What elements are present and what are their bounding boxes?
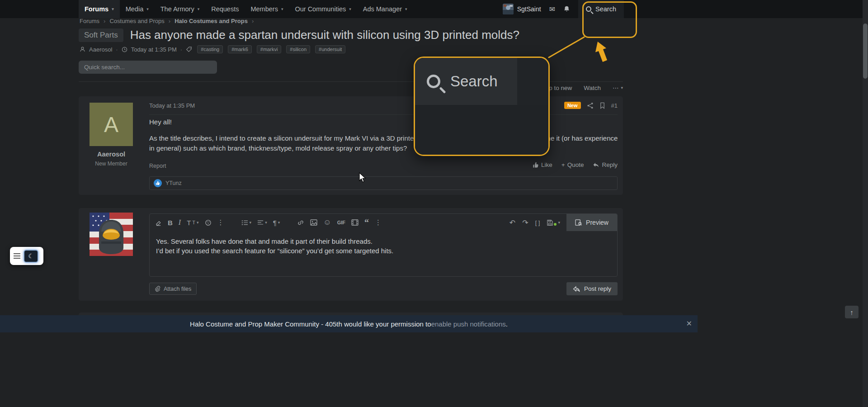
insert-image-icon[interactable] [310, 219, 317, 226]
banner-text: Halo Costume and Prop Maker Community - … [190, 320, 431, 328]
breadcrumb-separator-icon: › [104, 18, 105, 24]
attach-files-button[interactable]: Attach files [149, 283, 197, 295]
breadcrumb-costumes-and-props[interactable]: Costumes and Props [109, 18, 164, 24]
scroll-to-top-button[interactable]: ↑ [845, 306, 859, 318]
reply-arrow-icon [593, 162, 599, 168]
reaction-users[interactable]: YTunz [165, 180, 182, 186]
reply-line-2: I’d bet if you used the search feature f… [156, 246, 611, 256]
list-button[interactable]: ▾ [241, 220, 252, 226]
thread-tools-row: Jump to new Watch ⋯ ▾ [538, 84, 623, 91]
thread-author-link[interactable]: Aaerosol [89, 46, 112, 53]
tag-mark6[interactable]: #mark6 [228, 45, 252, 53]
avatar [503, 4, 514, 14]
tag-silicon[interactable]: #silicon [286, 45, 310, 53]
quote-button[interactable]: + Quote [561, 161, 584, 168]
insert-media-icon[interactable] [351, 219, 359, 226]
tag-casting[interactable]: #casting [197, 45, 223, 53]
reply-textarea[interactable]: Yes. Several folks have done that and ma… [156, 237, 611, 256]
reply-line-1: Yes. Several folks have done that and ma… [156, 237, 611, 246]
editor-toolbar-right: ↶ ↷ [ ] ▾ [509, 214, 560, 231]
breadcrumb-forums[interactable]: Forums [80, 18, 99, 24]
text-color-icon[interactable] [205, 219, 212, 226]
menu-icon[interactable] [14, 253, 20, 259]
chevron-down-icon[interactable]: ▾ [349, 7, 351, 11]
post-number[interactable]: #1 [611, 102, 618, 109]
insert-gif-button[interactable]: GIF [337, 220, 345, 225]
account-menu[interactable]: SgtSaint [503, 4, 541, 14]
alerts-bell-icon[interactable] [563, 5, 570, 13]
post-body-greeting: Hey all! [149, 118, 172, 126]
quick-search-input[interactable] [79, 61, 217, 74]
post-author-name[interactable]: Aaerosol [79, 151, 144, 158]
close-icon[interactable]: ✕ [686, 319, 692, 328]
redo-icon[interactable]: ↷ [522, 218, 528, 227]
undo-icon[interactable]: ↶ [509, 218, 515, 227]
nav-item-the-armory[interactable]: The Armory ▾ [155, 0, 205, 18]
quote-icon[interactable]: “ [364, 218, 369, 228]
paragraph-format-button[interactable]: ¶▾ [273, 219, 280, 227]
thread-timestamp[interactable]: Today at 1:35 PM [131, 46, 177, 53]
chevron-down-icon[interactable]: ▾ [112, 7, 114, 11]
messages-icon[interactable]: ✉ [549, 5, 555, 14]
reply-editor: B I TT▾ ⋮ ▾ ▾ ¶▾ [149, 213, 618, 277]
remove-format-icon[interactable] [155, 219, 162, 226]
share-icon[interactable] [587, 102, 594, 109]
magnified-search-label: Search [450, 73, 498, 90]
dot-separator: · [116, 46, 118, 53]
chevron-down-icon[interactable]: ▾ [405, 7, 407, 11]
report-link[interactable]: Report [149, 163, 166, 169]
chevron-down-icon[interactable]: ▾ [198, 7, 200, 11]
plus-icon: + [561, 161, 565, 168]
watch-button[interactable]: Watch [584, 85, 601, 91]
chevron-down-icon: ▾ [265, 220, 267, 225]
post-reply-button[interactable]: Post reply [566, 282, 618, 295]
search-button[interactable]: Search [578, 0, 624, 18]
thread-prefix-badge[interactable]: Soft Parts [79, 28, 123, 42]
draft-saved-dot [554, 223, 557, 226]
scrollbar-track[interactable] [863, 0, 868, 407]
nav-item-ads-manager[interactable]: Ads Manager ▾ [357, 0, 413, 18]
smilies-icon[interactable]: ☺ [323, 218, 331, 227]
thumbs-up-icon [533, 162, 539, 168]
like-button[interactable]: Like [533, 161, 552, 168]
italic-button[interactable]: I [179, 218, 181, 227]
nav-item-members[interactable]: Members ▾ [245, 0, 289, 18]
font-size-button[interactable]: TT▾ [187, 219, 198, 227]
chevron-down-icon[interactable]: ▾ [146, 7, 149, 11]
reply-button[interactable]: Reply [593, 161, 618, 168]
tag-markvi[interactable]: #markvi [257, 45, 282, 53]
search-button-label: Search [595, 5, 616, 13]
scrollbar-thumb[interactable] [863, 24, 868, 79]
preview-button[interactable]: Preview [566, 214, 617, 231]
dark-mode-toggle[interactable]: ☾ [24, 250, 38, 263]
tag-undersuit[interactable]: #undersuit [315, 45, 345, 53]
reactions-bar[interactable]: YTunz [149, 176, 618, 190]
nav-item-our-communities[interactable]: Our Communities ▾ [289, 0, 357, 18]
bookmark-icon[interactable] [599, 102, 605, 109]
thread-more-menu[interactable]: ⋯ ▾ [613, 84, 623, 91]
insert-link-icon[interactable] [297, 219, 304, 226]
avatar[interactable] [90, 213, 133, 256]
more-options-icon[interactable]: ⋮ [217, 218, 224, 227]
banner-suffix: . [506, 320, 508, 328]
chevron-down-icon[interactable]: ▾ [281, 7, 283, 11]
avatar-letter: A [104, 112, 118, 137]
thread-title-row: Soft Parts Has anyone made a spartan und… [79, 28, 519, 42]
align-button[interactable]: ▾ [257, 220, 267, 226]
nav-item-forums[interactable]: Forums ▾ [79, 0, 120, 18]
nav-item-requests[interactable]: Requests [205, 0, 245, 18]
toggle-bbcode-icon[interactable]: [ ] [535, 219, 540, 226]
bold-button[interactable]: B [168, 219, 173, 227]
post-timestamp[interactable]: Today at 1:35 PM [149, 102, 195, 109]
enable-push-link[interactable]: enable push notifications [431, 320, 506, 328]
magnified-search-button: Search [415, 58, 517, 105]
thread-meta-row: Aaerosol · Today at 1:35 PM · #casting #… [80, 45, 345, 53]
callout-lower-area [415, 105, 548, 155]
breadcrumb-halo-costumes-and-props[interactable]: Halo Costumes and Props [175, 18, 248, 24]
more-options-icon[interactable]: ⋮ [375, 218, 382, 227]
nav-item-media[interactable]: Media ▾ [120, 0, 155, 18]
style-switcher-widget[interactable]: ☾ [10, 247, 43, 265]
drafts-icon[interactable]: ▾ [547, 219, 560, 226]
new-badge: New [564, 102, 581, 109]
avatar[interactable]: A [90, 103, 133, 146]
